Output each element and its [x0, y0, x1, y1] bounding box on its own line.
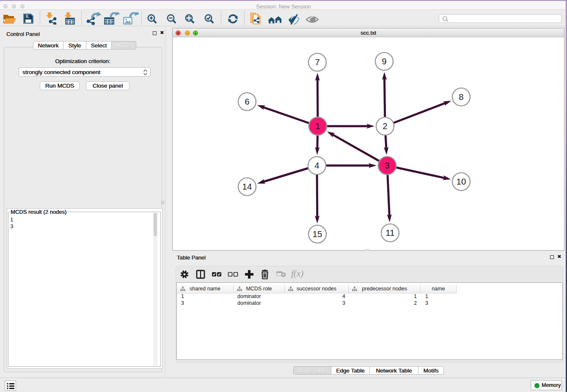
svg-text:6: 6 — [245, 97, 249, 106]
svg-text:7: 7 — [315, 57, 319, 67]
svg-text:9: 9 — [382, 56, 386, 66]
svg-text:4: 4 — [314, 160, 319, 170]
svg-text:11: 11 — [385, 228, 394, 237]
svg-text:8: 8 — [459, 92, 463, 102]
svg-text:10: 10 — [457, 177, 466, 186]
svg-text:2: 2 — [383, 121, 387, 131]
svg-text:14: 14 — [242, 182, 252, 191]
svg-text:15: 15 — [313, 229, 322, 239]
svg-text:3: 3 — [385, 160, 389, 170]
svg-text:1: 1 — [315, 121, 320, 131]
